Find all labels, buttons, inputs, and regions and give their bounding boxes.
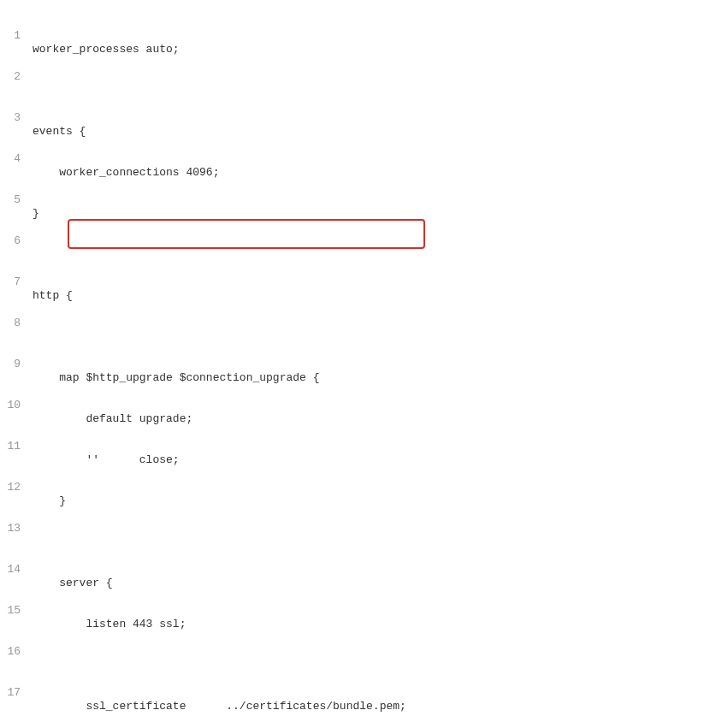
- line-number: 9: [5, 358, 21, 371]
- line-number: 6: [5, 234, 21, 248]
- line-number-gutter: 1 2 3 4 5 6 7 8 9 10 11 12 13 14 15 16 1…: [0, 0, 29, 728]
- line-number: 11: [5, 440, 21, 453]
- code-line[interactable]: http {: [33, 289, 728, 303]
- line-number: 4: [5, 152, 21, 166]
- code-line[interactable]: [33, 536, 728, 549]
- code-line[interactable]: map $http_upgrade $connection_upgrade {: [33, 371, 728, 385]
- line-number: 13: [5, 522, 21, 536]
- code-line[interactable]: events {: [33, 125, 728, 139]
- line-number: 8: [5, 317, 21, 330]
- line-number: 15: [5, 604, 21, 618]
- code-line[interactable]: worker_connections 4096;: [33, 166, 728, 180]
- code-line[interactable]: default upgrade;: [33, 412, 728, 426]
- line-number: 17: [5, 686, 21, 700]
- line-number: 12: [5, 481, 21, 494]
- code-line[interactable]: [33, 659, 728, 672]
- code-line[interactable]: }: [33, 494, 728, 508]
- line-number: 14: [5, 563, 21, 577]
- code-line[interactable]: listen 443 ssl;: [33, 618, 728, 631]
- highlight-box: [68, 219, 425, 249]
- line-number: 3: [5, 111, 21, 125]
- line-number: 2: [5, 70, 21, 84]
- line-number: 10: [5, 399, 21, 412]
- code-line[interactable]: '' close;: [33, 453, 728, 467]
- line-number: 5: [5, 193, 21, 207]
- code-line[interactable]: [33, 84, 728, 98]
- code-line[interactable]: server {: [33, 577, 728, 590]
- code-line[interactable]: worker_processes auto;: [33, 43, 728, 56]
- code-line[interactable]: [33, 330, 728, 344]
- code-line[interactable]: }: [33, 207, 728, 221]
- line-number: 7: [5, 275, 21, 289]
- line-number: 16: [5, 645, 21, 659]
- line-number: 1: [5, 29, 21, 43]
- code-line[interactable]: ssl_certificate ../certificates/bundle.p…: [33, 700, 728, 713]
- code-editor[interactable]: worker_processes auto; events { worker_c…: [29, 0, 728, 728]
- code-line[interactable]: [33, 248, 728, 262]
